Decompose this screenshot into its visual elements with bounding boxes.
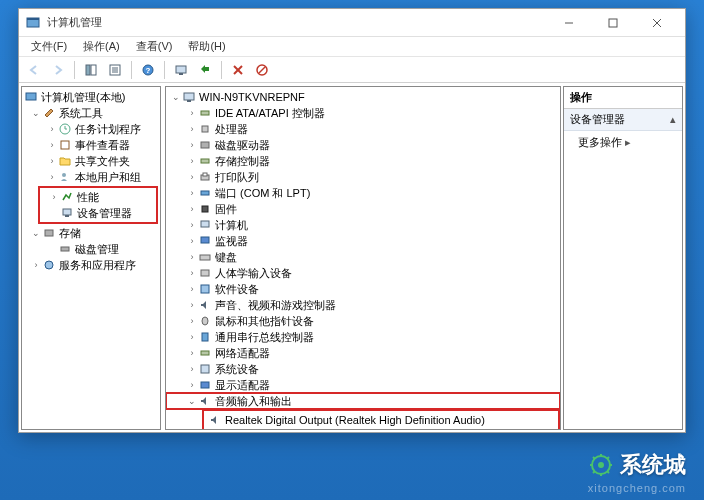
network-icon [198,346,212,360]
device-firmware[interactable]: ›固件 [166,201,560,217]
chevron-right-icon[interactable]: › [186,187,198,199]
chevron-right-icon[interactable]: › [48,191,60,203]
chevron-right-icon[interactable]: › [186,235,198,247]
audio-icon [198,394,212,408]
chevron-right-icon[interactable]: › [30,259,42,271]
chevron-down-icon[interactable]: ⌄ [30,107,42,119]
svg-rect-3 [609,19,617,27]
chevron-right-icon[interactable]: › [186,155,198,167]
chevron-right-icon[interactable]: › [186,347,198,359]
event-icon [58,138,72,152]
chevron-right-icon[interactable]: › [46,139,58,151]
chevron-right-icon[interactable]: › [46,123,58,135]
gpu-icon [198,378,212,392]
chevron-right-icon[interactable]: › [46,171,58,183]
computer-icon [182,90,196,104]
device-hid[interactable]: ›人体学输入设备 [166,265,560,281]
device-audio-mic[interactable]: 麦克风 (Realtek High Definition Audio) [204,428,556,430]
chevron-right-icon[interactable]: › [186,203,198,215]
device-software[interactable]: ›软件设备 [166,281,560,297]
printer-icon [198,170,212,184]
chevron-right-icon[interactable]: › [186,139,198,151]
chevron-right-icon[interactable]: › [186,331,198,343]
back-button[interactable] [23,59,45,81]
device-computer[interactable]: ›计算机 [166,217,560,233]
svg-rect-32 [187,100,191,102]
device-audio-output[interactable]: Realtek Digital Output (Realtek High Def… [204,412,556,428]
chevron-right-icon[interactable]: › [186,107,198,119]
scan-button[interactable] [170,59,192,81]
svg-rect-41 [201,221,209,227]
chevron-right-icon[interactable]: › [186,251,198,263]
tree-performance[interactable]: › 性能 [40,189,156,205]
device-usb[interactable]: ›通用串行总线控制器 [166,329,560,345]
chevron-right-icon[interactable]: › [186,299,198,311]
actions-section[interactable]: 设备管理器 ▴ [564,109,682,131]
keyboard-icon [198,250,212,264]
tree-local-users[interactable]: › 本地用户和组 [22,169,160,185]
chevron-right-icon[interactable]: › [186,379,198,391]
chevron-down-icon[interactable]: ⌄ [186,395,198,407]
help-button[interactable]: ? [137,59,159,81]
tree-shared-folders[interactable]: › 共享文件夹 [22,153,160,169]
device-cpu[interactable]: ›处理器 [166,121,560,137]
device-sound-video[interactable]: ›声音、视频和游戏控制器 [166,297,560,313]
chevron-right-icon[interactable]: › [186,315,198,327]
svg-rect-48 [201,351,209,355]
device-print-queue[interactable]: ›打印队列 [166,169,560,185]
device-disk[interactable]: ›磁盘驱动器 [166,137,560,153]
menu-action[interactable]: 操作(A) [75,37,128,56]
chevron-right-icon[interactable]: › [46,155,58,167]
menu-view[interactable]: 查看(V) [128,37,181,56]
chevron-down-icon[interactable]: ⌄ [30,227,42,239]
device-ide[interactable]: ›IDE ATA/ATAPI 控制器 [166,105,560,121]
tree-system-tools[interactable]: ⌄ 系统工具 [22,105,160,121]
actions-pane: 操作 设备管理器 ▴ 更多操作 ▸ [563,86,683,430]
chevron-right-icon[interactable]: › [186,171,198,183]
tree-root[interactable]: 计算机管理(本地) [22,89,160,105]
maximize-button[interactable] [591,9,635,37]
monitor-icon [198,234,212,248]
device-keyboard[interactable]: ›键盘 [166,249,560,265]
menu-file[interactable]: 文件(F) [23,37,75,56]
svg-rect-35 [201,142,209,148]
tree-storage[interactable]: ⌄ 存储 [22,225,160,241]
chevron-right-icon[interactable]: › [186,219,198,231]
chip-icon [198,202,212,216]
chevron-right-icon[interactable]: › [186,283,198,295]
uninstall-button[interactable] [251,59,273,81]
controller-icon [198,154,212,168]
properties-button[interactable] [104,59,126,81]
chevron-right-icon[interactable]: › [186,363,198,375]
svg-rect-1 [27,18,39,20]
device-root[interactable]: ⌄ WIN-N9TKVNREPNF [166,89,560,105]
chevron-right-icon[interactable]: › [186,123,198,135]
tree-task-scheduler[interactable]: › 任务计划程序 [22,121,160,137]
chevron-down-icon[interactable]: ⌄ [170,91,182,103]
device-display[interactable]: ›显示适配器 [166,377,560,393]
svg-point-30 [45,261,53,269]
device-network[interactable]: ›网络适配器 [166,345,560,361]
device-storage-ctrl[interactable]: ›存储控制器 [166,153,560,169]
show-hide-tree-button[interactable] [80,59,102,81]
clock-icon [58,122,72,136]
tree-event-viewer[interactable]: › 事件查看器 [22,137,160,153]
device-mouse[interactable]: ›鼠标和其他指针设备 [166,313,560,329]
tree-services-apps[interactable]: › 服务和应用程序 [22,257,160,273]
tree-disk-mgmt[interactable]: 磁盘管理 [22,241,160,257]
minimize-button[interactable] [547,9,591,37]
forward-button[interactable] [47,59,69,81]
device-monitor[interactable]: ›监视器 [166,233,560,249]
svg-rect-26 [63,209,71,215]
device-system[interactable]: ›系统设备 [166,361,560,377]
chevron-right-icon[interactable]: › [186,267,198,279]
actions-more[interactable]: 更多操作 ▸ [564,131,682,154]
window-controls [547,9,679,37]
tree-device-manager[interactable]: 设备管理器 [40,205,156,221]
menu-help[interactable]: 帮助(H) [180,37,233,56]
update-button[interactable] [194,59,216,81]
close-button[interactable] [635,9,679,37]
device-audio-io[interactable]: ⌄ 音频输入和输出 [166,393,560,409]
disable-button[interactable] [227,59,249,81]
device-ports[interactable]: ›端口 (COM 和 LPT) [166,185,560,201]
